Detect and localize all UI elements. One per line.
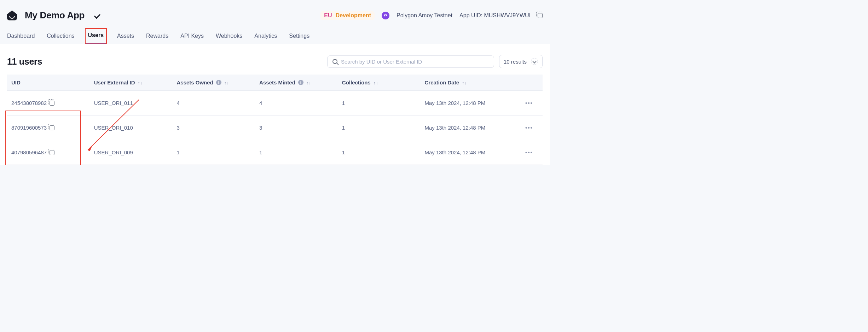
results-per-page[interactable]: 10 results [499,55,543,68]
col-assets-minted[interactable]: Assets Minted [255,75,338,91]
region-badge: EU [324,12,332,19]
table-row[interactable]: 407980596487 USER_ORI_009 1 1 1 May 13th… [7,140,543,165]
collections-value: 1 [342,125,345,131]
collections-value: 1 [342,100,345,106]
tab-api-keys[interactable]: API Keys [180,29,204,43]
tab-webhooks[interactable]: Webhooks [216,29,242,43]
col-assets-owned[interactable]: Assets Owned [172,75,255,91]
collections-value: 1 [342,149,345,155]
created-value: May 13th 2024, 12:48 PM [425,100,486,106]
results-label: 10 results [504,59,527,65]
search-input[interactable] [341,59,489,65]
tab-assets[interactable]: Assets [117,29,134,43]
copy-icon[interactable] [50,101,54,106]
app-logo [7,11,17,20]
table-row[interactable]: 870919600573 USER_ORI_010 3 3 1 May 13th… [7,115,543,140]
app-header: My Demo App EU Development Polygon Amoy … [0,0,550,29]
table-row[interactable]: 245438078982 USER_ORI_011 4 4 1 May 13th… [7,91,543,115]
col-creation-date[interactable]: Creation Date [421,75,521,91]
main-tabs: Dashboard Collections Users Assets Rewar… [0,29,550,44]
chevron-down-icon [531,58,538,65]
owned-value: 3 [177,125,179,131]
env-badges: EU Development [320,11,375,20]
search-icon [332,59,337,64]
col-collections[interactable]: Collections [338,75,421,91]
tab-users[interactable]: Users [85,29,106,44]
minted-value: 4 [259,100,262,106]
uid-value: 870919600573 [11,125,47,131]
blockchain-network: Polygon Amoy Testnet [397,12,452,19]
sort-icon [462,81,467,85]
more-icon[interactable]: ••• [525,149,533,155]
tab-analytics[interactable]: Analytics [254,29,277,43]
tab-rewards[interactable]: Rewards [146,29,168,43]
copy-icon[interactable] [50,150,54,155]
info-icon[interactable] [298,80,303,85]
environment-badge: Development [336,12,371,19]
tab-collections[interactable]: Collections [47,29,74,43]
created-value: May 13th 2024, 12:48 PM [425,125,486,131]
created-value: May 13th 2024, 12:48 PM [425,149,486,155]
tab-dashboard[interactable]: Dashboard [7,29,35,43]
sort-icon [306,81,311,85]
polygon-icon [382,12,389,19]
app-name: My Demo App [25,10,85,21]
uid-value: 407980596487 [11,149,47,155]
search-box[interactable] [327,55,494,68]
more-icon[interactable]: ••• [525,125,533,131]
info-icon[interactable] [216,80,221,85]
sort-icon [138,81,143,85]
ext-id-value: USER_ORI_009 [94,149,133,155]
more-icon[interactable]: ••• [525,100,533,106]
copy-icon[interactable] [50,125,54,130]
sort-icon [374,81,378,85]
copy-icon[interactable] [538,13,543,18]
tab-settings[interactable]: Settings [289,29,309,43]
chevron-down-icon [94,12,100,18]
owned-value: 1 [177,149,179,155]
minted-value: 3 [259,125,262,131]
col-ext-id[interactable]: User External ID [90,75,173,91]
app-uid-label: App UID: MUSHWVJ9YWUI [459,12,531,19]
app-switcher[interactable]: My Demo App [25,10,100,21]
col-uid[interactable]: UID [7,75,90,91]
ext-id-value: USER_ORI_011 [94,100,133,106]
minted-value: 1 [259,149,262,155]
sort-icon [224,81,229,85]
users-table: UID User External ID Assets Owned [7,75,543,165]
owned-value: 4 [177,100,179,106]
page-title: 11 users [7,57,42,67]
uid-value: 245438078982 [11,100,47,106]
ext-id-value: USER_ORI_010 [94,125,133,131]
